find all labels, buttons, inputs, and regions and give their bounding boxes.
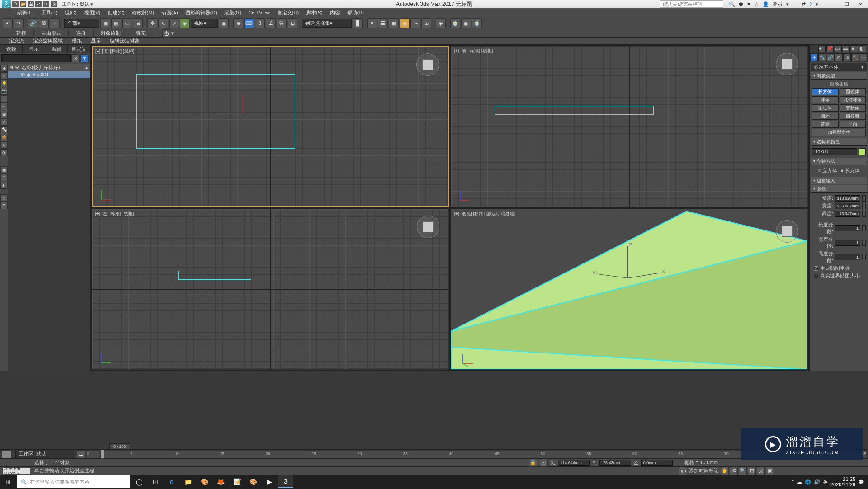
tray-notifications-icon[interactable]: 💬 [858,479,864,485]
redo-icon[interactable]: ↷ [43,1,49,7]
display-all-icon[interactable]: ▣ [0,166,8,174]
help-icon[interactable]: ? [809,1,812,7]
tab-display-icon[interactable]: 🖥 [843,53,851,61]
new-icon[interactable]: 🗋 [12,1,19,7]
menu-civil-view[interactable]: Civil View [245,9,273,16]
viewport-label-left[interactable]: [+] [左] [标准] [线框] [95,211,134,217]
cmd-pin-icon[interactable]: 📌 [826,45,834,52]
viewport-top[interactable]: [+] [顶] [标准] [线框] [92,46,449,207]
scene-filter-input[interactable] [1,54,71,62]
object-name-input[interactable]: Box001 [812,148,857,155]
select-by-name-button[interactable]: ▤ [111,18,121,28]
prim-cone-button[interactable]: 圆锥体 [840,88,866,95]
viewport-layout-icon[interactable] [2,451,11,458]
cmd-add-icon[interactable]: + [818,45,826,52]
clear-filter-icon[interactable]: ✕ [71,54,80,62]
start-button[interactable]: ⊞ [1,475,15,488]
x-coord-input[interactable]: 114.644mm [558,460,590,466]
radio-cube[interactable]: 立方体 [818,167,837,174]
save-icon[interactable]: 💾 [28,1,34,7]
filter-xrefs-icon[interactable]: ↗ [0,118,8,126]
hsegs-spinner[interactable]: 1 [835,254,860,260]
prim-cylinder-button[interactable]: 圆柱体 [812,104,839,112]
toggle-ribbon-button[interactable]: ▤ [400,18,410,28]
pivot-center-button[interactable]: ▣ [219,18,229,28]
placement-button[interactable]: ◉ [180,18,190,28]
ribbon-panel-display[interactable]: 显示 [86,37,105,45]
filter-bones-icon[interactable]: 🦴 [0,126,8,133]
viewcube[interactable] [776,220,798,243]
rect-select-button[interactable]: ▭ [122,18,132,28]
prim-teapot-button[interactable]: 茶壶 [812,121,839,128]
filter-containers-icon[interactable]: 📦 [0,134,8,141]
keyboard-shortcut-button[interactable]: ⌨ [244,18,254,28]
ribbon-panel-simulate[interactable]: 模拟 [67,37,86,45]
prim-textplus-button[interactable]: 加强型文本 [812,129,866,136]
box-wireframe-left[interactable] [178,271,251,280]
filter-lights-icon[interactable]: 💡 [0,80,8,87]
abs-rel-icon[interactable]: ⊡ [540,459,548,467]
cmd-sphere-icon[interactable]: ● [851,45,858,52]
taskbar-app-3[interactable]: 🎨 [246,475,260,488]
info-search-input[interactable] [660,0,723,8]
workspace-bottom-selector[interactable]: 工作区: 默认 [15,450,74,459]
named-sel-sets[interactable]: 创建选择集 ▾ [302,19,352,28]
ribbon-panel-edit-sel[interactable]: 编辑选定对象 [105,37,144,45]
taskbar-app-explorer[interactable]: 📁 [181,475,195,488]
filter-hidden-icon[interactable]: 👁 [0,149,8,156]
nav-zoom-icon[interactable]: 🔍 [739,467,747,475]
link-button[interactable]: 🔗 [28,18,38,28]
tray-clock[interactable]: 21:25 2020/11/26 [830,476,855,487]
wsegs-spinner[interactable]: 1 [835,240,860,246]
snap-toggle-button[interactable]: 3 [255,18,265,28]
tree-header[interactable]: 👁 ❄ 名称(按升序排序) ▴ [8,64,90,71]
filter-helpers-icon[interactable]: ⊹ [0,95,8,103]
display-children-icon[interactable]: ⊞ [0,194,8,202]
viewport-label-persp[interactable]: [+] [透视] [标准] [默认明暗处理] [454,211,515,217]
menu-rendering[interactable]: 渲染(R) [221,9,245,17]
select-object-button[interactable]: ▦ [100,18,110,28]
spinner-arrows[interactable] [862,203,866,209]
auto-grid-label[interactable]: 自动栅格 [812,81,866,87]
cmd-dock2-icon[interactable]: ▬ [843,45,850,52]
tab-select[interactable]: 选择 [0,45,23,53]
rollout-parameters[interactable]: 参数 [811,185,867,193]
ribbon-tab-object-paint[interactable]: 对象绘制 [94,29,128,38]
lsegs-spinner[interactable]: 1 [835,225,860,231]
prim-box-button[interactable]: 长方体 [812,88,839,95]
communication-icon[interactable]: ⇄ [802,1,806,7]
angle-snap-button[interactable]: ∠ [266,18,276,28]
display-invert-icon[interactable]: ◐ [0,182,8,189]
redo-button[interactable]: ↷ [14,18,24,28]
object-color-swatch[interactable] [859,148,866,155]
percent-snap-button[interactable]: % [277,18,287,28]
display-none-icon[interactable]: □ [0,174,8,181]
project-icon[interactable]: ⎘ [51,1,57,7]
rollout-object-type[interactable]: 对象类型 [811,72,867,80]
rollout-name-color[interactable]: 名称和颜色 [811,138,867,146]
nav-max-toggle-icon[interactable]: ▣ [766,467,774,475]
menu-help[interactable]: 帮助(H) [344,9,368,17]
favorite-icon[interactable]: ☆ [755,1,759,7]
workspace-selector[interactable]: 工作区: 默认 ▾ [62,1,93,8]
viewport-label-front[interactable]: [+] [前] [标准] [线框] [454,48,493,54]
spinner-arrows[interactable] [862,225,866,231]
open-icon[interactable]: 📂 [20,1,26,7]
category-dropdown[interactable]: 标准基本体▾ [811,63,867,71]
menu-modifiers[interactable]: 修改器(M) [128,9,158,17]
lock-selection-icon[interactable]: 🔒 [529,459,537,467]
filter-cameras-icon[interactable]: 📷 [0,88,8,95]
gen-map-checkbox[interactable]: ✓ [814,266,818,271]
minimize-button[interactable]: — [827,1,839,7]
tab-create-icon[interactable]: ✦ [810,53,818,61]
viewport-perspective[interactable]: [+] [透视] [标准] [默认明暗处理] z x y [451,209,808,370]
prim-torus-button[interactable]: 圆环 [812,113,839,120]
spinner-arrows[interactable] [862,254,866,260]
nav-zoom-extents-icon[interactable]: ⊡ [748,467,756,475]
ribbon-tab-populate[interactable]: 填充 [128,29,153,38]
schematic-view-button[interactable]: ⊡ [421,18,431,28]
subscription-icon[interactable]: ⬢ [739,1,743,7]
toggle-explorer-button[interactable]: ▦ [389,18,399,28]
menu-scripting[interactable]: 脚本(S) [302,9,326,17]
layers-icon[interactable]: ☰ [77,450,85,458]
